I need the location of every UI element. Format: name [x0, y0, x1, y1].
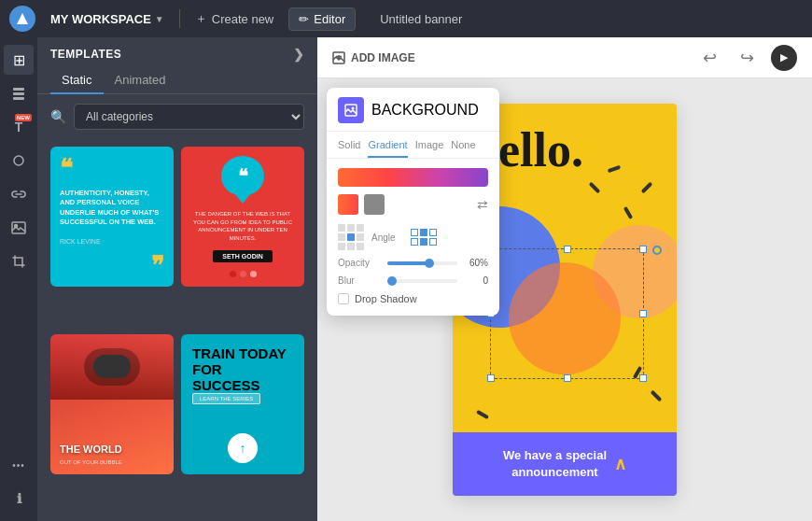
handle-tc: [564, 246, 571, 253]
card-red-text: THE DANGER OF THE WEB IS THAT YOU CAN GO…: [190, 210, 295, 242]
template-card-train[interactable]: TRAIN TODAY FOR SUCCESS LEARN THE SERIES…: [181, 334, 304, 474]
opacity-label: Opacity: [338, 258, 380, 268]
tab-animated[interactable]: Animated: [104, 67, 177, 94]
add-image-button[interactable]: ADD IMAGE: [332, 51, 415, 64]
canvas-workspace[interactable]: BACKGROUND Solid Gradient Image None: [317, 78, 812, 521]
bg-tab-solid[interactable]: Solid: [338, 139, 360, 158]
upload-circle-icon: ↑: [228, 433, 258, 463]
plus-icon: ＋: [195, 10, 207, 27]
dash-2: [641, 182, 653, 194]
main-layout: ⊞ T NEW ••• ℹ TEMPLATES ❯: [0, 37, 812, 521]
template-card-vr[interactable]: THE WORLD OUT OF YOUR BUBBLE: [50, 334, 174, 474]
quote-close-icon: ❞: [60, 253, 164, 277]
card-vr-title: THE WORLD: [60, 444, 164, 456]
bg-tab-none[interactable]: None: [451, 139, 475, 158]
document-title[interactable]: Untitled banner: [380, 12, 462, 26]
design-circle-orange: [509, 262, 621, 374]
card-vr-subtitle: OUT OF YOUR BUBBLE: [60, 459, 164, 465]
editor-button[interactable]: ✏ Editor: [288, 7, 356, 31]
pencil-icon: ✏: [299, 12, 309, 26]
drop-shadow-checkbox[interactable]: [338, 293, 349, 304]
drop-shadow-row: Drop Shadow: [327, 286, 499, 304]
sidebar-templates-button[interactable]: ⊞: [4, 45, 34, 75]
svg-point-4: [14, 156, 23, 165]
blur-slider[interactable]: [387, 279, 457, 283]
vr-image-placeholder: [50, 334, 174, 400]
sidebar-layers-button[interactable]: [4, 78, 34, 108]
dash-7: [476, 410, 489, 419]
announcement-text: We have a specialannouncement: [503, 447, 607, 481]
angle-dot-ml[interactable]: [338, 233, 345, 241]
angle-dot-mc[interactable]: [347, 233, 355, 241]
canvas-toolbar: ADD IMAGE ↩ ↪ ▶: [317, 37, 812, 78]
angle-grid: [338, 224, 364, 250]
design-announcement-bar: We have a specialannouncement ∧: [453, 432, 677, 496]
opacity-fill: [387, 261, 429, 265]
template-card-blue[interactable]: ❝ AUTHENTICITY, HONESTY, AND PERSONAL VO…: [50, 147, 174, 287]
search-icon: 🔍: [50, 109, 66, 124]
angle-dot-br[interactable]: [357, 243, 364, 250]
panel-close-button[interactable]: ❯: [293, 47, 305, 62]
workspace-selector[interactable]: MY WORKSPACE ▼: [50, 12, 164, 26]
color-swatch-start[interactable]: [338, 194, 358, 215]
color-swatch-end[interactable]: [364, 194, 385, 215]
sidebar-info-button[interactable]: ℹ: [4, 484, 34, 514]
opacity-slider[interactable]: [387, 261, 457, 265]
card-author: RICK LEVINE: [60, 238, 164, 245]
bg-tab-gradient[interactable]: Gradient: [368, 139, 407, 158]
create-new-button[interactable]: ＋ Create new: [195, 10, 273, 27]
bg-gradient-section: ⇄ Ang: [327, 159, 499, 250]
angle-ctrl-3[interactable]: [429, 229, 437, 236]
angle-ctrl-6[interactable]: [429, 238, 437, 246]
angle-dot-bc[interactable]: [347, 243, 355, 250]
quote-open-icon: ❝: [60, 156, 164, 180]
dash-3: [623, 206, 633, 219]
sidebar-link-button[interactable]: [4, 179, 34, 209]
angle-ctrl-1[interactable]: [411, 229, 418, 236]
opacity-value: 60%: [465, 258, 488, 268]
angle-dot-tl[interactable]: [338, 224, 345, 232]
swap-colors-button[interactable]: ⇄: [477, 197, 488, 212]
category-select[interactable]: All categories: [74, 104, 304, 130]
angle-dot-tr[interactable]: [357, 224, 364, 232]
svg-rect-1: [13, 88, 24, 91]
preview-play-button[interactable]: ▶: [771, 45, 797, 71]
sidebar-crop-button[interactable]: [4, 246, 34, 276]
card-quote-text: AUTHENTICITY, HONESTY, AND PERSONAL VOIC…: [60, 189, 164, 228]
new-badge: NEW: [15, 114, 32, 121]
panel-search-row: 🔍 All categories: [37, 94, 317, 139]
gradient-bar[interactable]: [338, 168, 488, 187]
quote-icon: ❝: [238, 165, 248, 188]
opacity-thumb[interactable]: [425, 259, 434, 268]
card-author-box: SETH GODIN: [213, 250, 273, 262]
angle-dot-tc[interactable]: [347, 224, 355, 232]
angle-ctrl-2[interactable]: [420, 229, 427, 236]
redo-button[interactable]: ↪: [734, 45, 760, 71]
angle-row: Angle: [338, 224, 488, 250]
blur-thumb[interactable]: [387, 276, 397, 286]
speech-bubble: ❝: [221, 156, 264, 196]
color-swatches: [338, 194, 385, 215]
undo-button[interactable]: ↩: [696, 45, 722, 71]
angle-dot-mr[interactable]: [357, 233, 364, 241]
angle-dot-bl[interactable]: [338, 243, 345, 250]
app-logo[interactable]: [9, 6, 35, 32]
editor-label: Editor: [314, 12, 345, 26]
svg-rect-2: [13, 92, 24, 95]
handle-br: [639, 374, 647, 382]
angle-ctrl-5[interactable]: [420, 238, 427, 246]
sidebar-more-button[interactable]: •••: [4, 450, 34, 480]
bg-tab-image[interactable]: Image: [415, 139, 444, 158]
dot-3: [250, 271, 257, 277]
dash-5: [651, 390, 663, 402]
sidebar-media-button[interactable]: [4, 213, 34, 243]
template-card-red[interactable]: ❝ THE DANGER OF THE WEB IS THAT YOU CAN …: [181, 147, 304, 287]
angle-ctrl-4[interactable]: [411, 238, 418, 246]
background-icon: [338, 97, 364, 123]
tab-static[interactable]: Static: [50, 67, 104, 94]
sidebar-shapes-button[interactable]: [4, 146, 34, 176]
panel-title: TEMPLATES: [50, 48, 121, 61]
dot-2: [240, 271, 246, 277]
sidebar-text-button[interactable]: T NEW: [4, 112, 34, 142]
bg-panel-title: BACKGROUND: [371, 102, 479, 119]
